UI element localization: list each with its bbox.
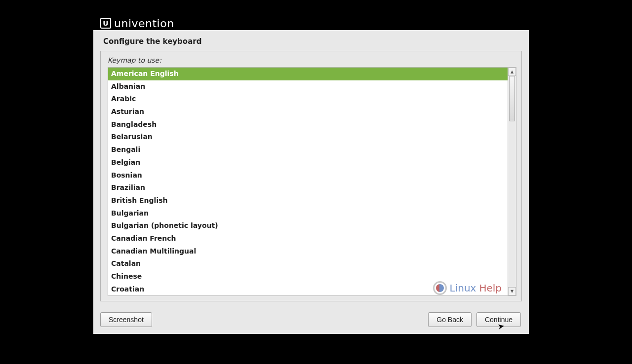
scrollbar-thumb[interactable] <box>509 76 515 121</box>
screenshot-button[interactable]: Screenshot <box>100 312 152 327</box>
keymap-listbox[interactable]: American EnglishAlbanianArabicAsturianBa… <box>108 67 516 296</box>
keymap-list-body[interactable]: American EnglishAlbanianArabicAsturianBa… <box>108 68 508 295</box>
vertical-scrollbar[interactable]: ▲ ▼ <box>508 68 516 295</box>
chevron-up-icon: ▲ <box>511 70 514 74</box>
page-title: Configure the keyboard <box>93 30 529 51</box>
linuxhelp-watermark: LinuxHelp <box>433 281 502 295</box>
chevron-down-icon: ▼ <box>511 290 514 293</box>
watermark-part2: Help <box>479 282 502 294</box>
list-item[interactable]: Canadian Multilingual <box>108 245 508 258</box>
go-back-button[interactable]: Go Back <box>428 312 472 327</box>
list-item[interactable]: Catalan <box>108 257 508 270</box>
list-item[interactable]: Canadian French <box>108 232 508 245</box>
list-item[interactable]: British English <box>108 194 508 207</box>
list-item[interactable]: Brazilian <box>108 182 508 194</box>
list-item[interactable]: Bulgarian <box>108 207 508 220</box>
scroll-up-button[interactable]: ▲ <box>508 68 516 76</box>
list-item[interactable]: Albanian <box>108 80 508 93</box>
list-item[interactable]: Arabic <box>108 93 508 106</box>
list-item[interactable]: Bulgarian (phonetic layout) <box>108 219 508 232</box>
footer-bar: Screenshot Go Back Continue <box>93 301 529 334</box>
nav-button-group: Go Back Continue <box>428 312 521 327</box>
list-item[interactable]: American English <box>108 68 508 80</box>
list-item[interactable]: Bengali <box>108 144 508 156</box>
list-item[interactable]: Asturian <box>108 106 508 118</box>
linuxhelp-icon <box>433 281 447 295</box>
list-item[interactable]: Bosnian <box>108 169 508 182</box>
watermark-part1: Linux <box>450 282 476 294</box>
brand-name: univention <box>114 17 174 30</box>
scroll-down-button[interactable]: ▼ <box>508 287 516 295</box>
field-label: Keymap to use: <box>108 56 516 64</box>
list-item[interactable]: Belgian <box>108 156 508 169</box>
list-item[interactable]: Belarusian <box>108 131 508 144</box>
list-item[interactable]: Bangladesh <box>108 118 508 131</box>
continue-button[interactable]: Continue <box>476 312 521 327</box>
univention-icon: U <box>100 18 111 29</box>
content-panel: Keymap to use: American EnglishAlbanianA… <box>100 51 522 301</box>
installer-window: U univention Configure the keyboard Keym… <box>93 30 529 334</box>
brand-logo: U univention <box>100 17 174 30</box>
